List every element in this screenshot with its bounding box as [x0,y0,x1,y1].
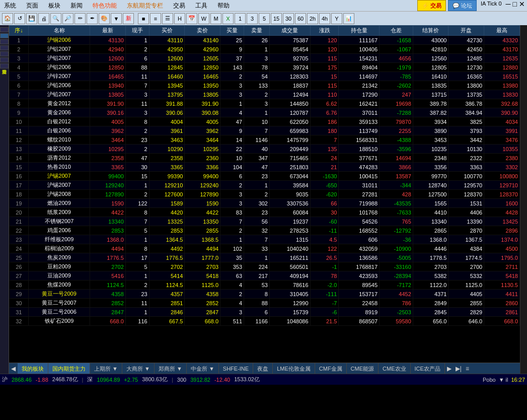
table-row: 7沪铅2007138053137951380532124941101729024… [10,90,520,99]
col-ask[interactable]: 卖价 [185,26,220,36]
tab-domestic-main[interactable]: 国内期货主力 [48,363,90,374]
menu-block[interactable]: 板块 [46,2,62,10]
sidebar-options[interactable]: 期权报价 [0,45,9,50]
tab-shfe-ine[interactable]: SHFE-INE [219,363,253,374]
tb-d15[interactable]: 15 [271,13,282,24]
tab-bar: ◀ 我的板块 国内期货主力 上期所 ▼ 大商所 ▼ 郑商所 ▼ 中金所 ▼ SH… [9,363,520,374]
tb-week[interactable]: W [198,13,209,24]
status-time: 16:27 [511,377,525,383]
minimize-button[interactable]: ─ [506,0,511,11]
tb-chart[interactable]: 📊 [343,13,354,24]
col-bvol[interactable]: 买量 [220,26,244,36]
tb-color[interactable]: 🎨 [99,13,110,24]
table-row: 1沪铜2006431301431104314025267538712011116… [10,36,520,45]
tab-lme[interactable]: LME伦敦金属 [273,363,315,374]
col-settle[interactable]: 结算价 [413,26,448,36]
menu-news[interactable]: 新闻 [68,2,85,10]
status-chg3: -12.40 [214,377,230,383]
col-last[interactable]: 最新 [90,26,126,36]
menu-bar: 系统 页面 板块 新闻 特色功能 东航期货专栏 交易 工具 帮助 ⚡ 交易 💬 … [0,0,527,11]
table-row: 3沪铝2007126006126001260537392705115154231… [10,54,520,63]
tab-cffex[interactable]: 中金所 ▼ [187,363,219,374]
tab-cme-energy[interactable]: CME能源 [347,363,379,374]
tb-4h[interactable]: 4h [319,13,330,24]
status-sz-chg: +2.75 [124,377,138,383]
tab-ice[interactable]: ICE农产品 [411,363,445,374]
col-bid[interactable]: 买价 [149,26,185,36]
tab-dce[interactable]: 大商所 ▼ [122,363,155,374]
menu-page[interactable]: 页面 [24,2,40,10]
tb-view1[interactable]: ■ [138,13,149,24]
tb-home[interactable]: 🏠 [2,13,13,24]
tab-cme-agri[interactable]: CME农业 [379,363,410,374]
tb-cal[interactable]: 📅 [186,13,197,24]
tb-refresh[interactable]: ↺ [14,13,25,24]
tb-new[interactable]: 新 [123,13,134,24]
table-row: 14沥青201223584723582360103477154652437767… [10,154,520,163]
col-seq[interactable]: 序↓ [10,26,29,36]
maximize-button[interactable]: □ [513,0,517,11]
tab-shfe[interactable]: 上期所 ▼ [90,363,122,374]
menu-dong航[interactable]: 东航期货专栏 [125,2,165,10]
tb-y[interactable]: Y [331,13,342,24]
col-chg[interactable]: 涨跌 [310,26,339,36]
sidebar-strategy[interactable]: 期货策略 [0,51,9,56]
tab-night[interactable]: 夜盘 [253,363,273,374]
sidebar-hk[interactable]: 港股期货 [0,63,9,68]
tb-d3[interactable]: 3 [247,13,258,24]
table-row: 5沪锌2007164651116460164652541283031511469… [10,72,520,81]
col-avol[interactable]: 卖量 [244,26,270,36]
tb-search2[interactable]: 🔎 [62,13,73,24]
col-high[interactable]: 最高 [484,26,520,36]
col-diff[interactable]: 仓差 [380,26,413,36]
forum-button[interactable]: 💬 论坛 [448,0,477,11]
tab-right-arrow[interactable]: ▶ [445,365,454,372]
sidebar-domestic[interactable]: 国内期货主力 [0,33,9,38]
tab-left-arrow[interactable]: ◀ [9,365,18,372]
tb-view3[interactable]: ☰ [162,13,173,24]
trade-button[interactable]: ⚡ 交易 [417,0,446,11]
tb-filter[interactable]: ▼ [111,13,122,24]
close-button[interactable]: ✕ [519,0,525,11]
table-row: 12螺纹201034642334633464141146147579971568… [10,135,520,145]
right-scrollbar[interactable] [520,25,527,374]
tab-menu[interactable]: ≡ [464,365,471,372]
table-row: 31黄豆二号200628471284628473615739-68919-250… [10,308,520,317]
tb-view2[interactable]: ≡ [150,13,161,24]
tb-edit[interactable]: ✏ [74,13,86,24]
menu-system[interactable]: 系统 [2,2,18,10]
tb-d60[interactable]: 60 [295,13,306,24]
col-open[interactable]: 开盘 [448,26,484,36]
tab-czce[interactable]: 郑商所 ▼ [155,363,187,374]
tb-d1[interactable]: 1 [235,13,246,24]
sidebar-my-board[interactable]: 我的板块 [0,27,9,32]
tab-my-board[interactable]: 我的板块 [18,363,48,374]
table-row: 11白银200639622396139629765998318011374922… [10,126,520,135]
status-amount3: 1533.02亿 [234,376,260,383]
tb-d5[interactable]: 5 [259,13,270,24]
col-oi[interactable]: 持仓量 [339,26,380,36]
tab-end-arrow[interactable]: ▶| [454,365,464,372]
col-vol[interactable]: 成交量 [269,26,310,36]
tab-cmf[interactable]: CMF金属 [315,363,347,374]
tb-save[interactable]: 💾 [26,13,37,24]
tb-h[interactable]: H [174,13,185,24]
col-name[interactable]: 名称 [29,26,90,36]
table-row: 10白银201240058400440054710622050186359133… [10,117,520,126]
tb-pencil[interactable]: ✒ [87,13,98,24]
menu-trade[interactable]: 交易 [171,2,187,10]
tb-excel[interactable]: X [222,13,234,24]
sidebar-stock-futures[interactable]: 股票期货 [0,39,9,44]
tb-print[interactable]: 🖨 [38,13,49,24]
tb-d30[interactable]: 30 [283,13,294,24]
tb-2h[interactable]: 2h [307,13,318,24]
sidebar-hot[interactable]: 热点期货 [0,57,9,62]
col-hand[interactable]: 现手 [125,26,149,36]
tb-month[interactable]: M [210,13,221,24]
table-row: 19燃油200915901221589159033023307536667199… [10,199,520,208]
menu-feature[interactable]: 特色功能 [91,2,119,10]
menu-tools[interactable]: 工具 [193,2,209,10]
menu-help[interactable]: 帮助 [215,2,232,10]
table-row: 4沪铝2006128508812845128501437839724175894… [10,63,520,72]
tb-search1[interactable]: 🔍 [50,13,61,24]
